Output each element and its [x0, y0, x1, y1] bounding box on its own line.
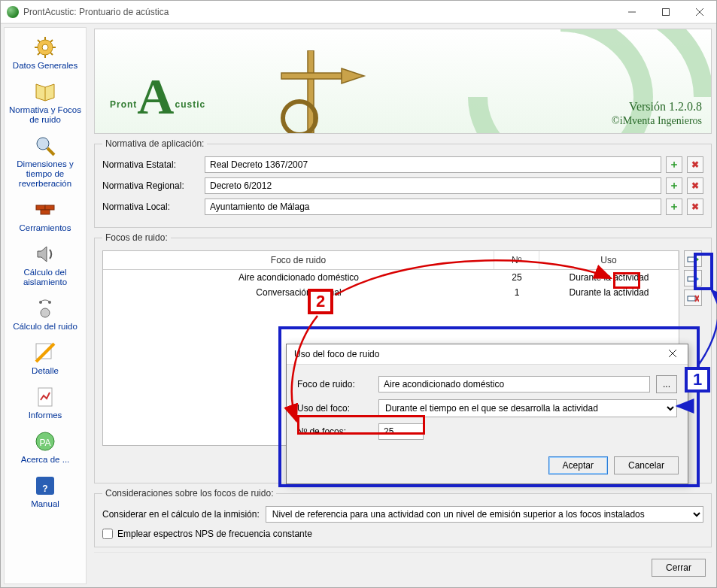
sidebar-item-acerca[interactable]: PA Acerca de ...: [5, 426, 86, 469]
svg-line-10: [38, 40, 40, 42]
plus-icon: ＋: [669, 179, 679, 192]
modal-row-n: Nº de focos:: [297, 423, 677, 440]
title-bar: ProntAcustic: Prontuario de acústica: [1, 1, 716, 23]
svg-rect-36: [688, 296, 695, 301]
modal-title: Uso del foco de ruido: [294, 349, 379, 359]
footer: Cerrar: [94, 552, 712, 583]
close-main-button[interactable]: Cerrar: [652, 559, 706, 577]
sidebar-item-label: Detalle: [6, 366, 84, 376]
sidebar-item-detalle[interactable]: Detalle: [5, 338, 86, 380]
svg-rect-18: [45, 205, 54, 210]
x-icon: ✖: [691, 180, 699, 191]
sidebar-item-normativa[interactable]: Normativa y Focos de ruido: [5, 77, 86, 129]
input-regional[interactable]: [205, 177, 661, 194]
considera-label: Considerar en el cálculo de la inmisión:: [102, 509, 260, 520]
delete-foco-button[interactable]: [684, 289, 702, 306]
sidebar: Datos Generales Normativa y Focos de rui…: [4, 27, 87, 584]
table-row[interactable]: Aire acondicionado doméstico 25 Durante …: [103, 270, 679, 285]
add-estatal-button[interactable]: ＋: [666, 156, 682, 173]
main-panel: ProntAcustic Versión 1.2.0.8 ©iMventa In…: [90, 24, 716, 587]
modal-close-button[interactable]: [665, 349, 680, 359]
remove-estatal-button[interactable]: ✖: [687, 156, 703, 173]
svg-rect-1: [662, 8, 669, 15]
th-foco: Foco de ruido: [103, 251, 494, 269]
sidebar-item-informes[interactable]: Informes: [5, 382, 86, 425]
remove-local-button[interactable]: ✖: [687, 199, 703, 215]
sidebar-item-aislamiento[interactable]: Cálculo del aislamiento: [5, 239, 86, 292]
sidebar-item-manual[interactable]: ? Manual: [5, 471, 86, 514]
modal-accept-button[interactable]: Aceptar: [548, 456, 608, 474]
close-icon: [696, 8, 703, 16]
pencil-ruler-icon: [33, 341, 57, 365]
svg-rect-34: [688, 277, 695, 281]
magnifier-icon: [33, 134, 57, 158]
normativa-group: Normativa de aplicación: Normativa Estat…: [94, 138, 712, 228]
book-icon: [33, 80, 57, 104]
row-estatal: Normativa Estatal: ＋ ✖: [102, 156, 703, 173]
sidebar-item-dimensiones[interactable]: Dimensiones y tiempo de reverberación: [5, 131, 86, 193]
modal-input-foco[interactable]: [378, 376, 650, 393]
notes-icon: [33, 296, 57, 320]
app-icon: [7, 6, 19, 18]
modal-select-uso[interactable]: Durante el tiempo en el que se desarroll…: [378, 399, 677, 417]
chk-espectros-label: Emplear espectros NPS de frecuencia cons…: [117, 529, 312, 539]
window-title: ProntAcustic: Prontuario de acústica: [23, 7, 615, 17]
input-estatal[interactable]: [205, 156, 661, 173]
consideraciones-legend: Consideraciones sobre los focos de ruido…: [102, 488, 276, 499]
add-foco-button[interactable]: [684, 250, 702, 267]
modal-cancel-button[interactable]: Cancelar: [614, 456, 679, 474]
cell-foco: Aire acondicionado doméstico: [103, 270, 494, 285]
modal-uso-foco: Uso del foco de ruido Foco de ruido: ...…: [286, 344, 688, 484]
remove-regional-button[interactable]: ✖: [687, 177, 703, 194]
label-local: Normativa Local:: [102, 202, 200, 212]
product-prefix: Pront: [110, 99, 137, 110]
svg-rect-23: [36, 344, 51, 359]
copyright-label: ©iMventa Ingenieros: [612, 115, 702, 127]
product-suffix: custic: [175, 99, 205, 110]
chk-espectros[interactable]: Emplear espectros NPS de frecuencia cons…: [102, 529, 703, 539]
modal-label-n: Nº de focos:: [297, 426, 372, 437]
modal-browse-button[interactable]: ...: [656, 375, 677, 393]
considera-row: Considerar en el cálculo de la inmisión:…: [102, 506, 703, 523]
modal-input-n[interactable]: [378, 423, 424, 440]
x-icon: ✖: [691, 202, 699, 212]
svg-point-20: [41, 308, 50, 317]
bricks-icon: [33, 198, 57, 222]
considera-select[interactable]: Nivel de referencia para una actividad c…: [266, 506, 703, 523]
chk-espectros-input[interactable]: [102, 529, 113, 539]
sidebar-item-cerramientos[interactable]: Cerramientos: [5, 195, 86, 238]
product-name: ProntAcustic: [110, 61, 205, 120]
svg-marker-33: [696, 257, 699, 262]
maximize-button[interactable]: [649, 1, 682, 23]
plus-icon: ＋: [669, 158, 679, 171]
add-regional-button[interactable]: ＋: [666, 177, 682, 194]
report-icon: [33, 385, 57, 409]
gear-icon: [33, 35, 57, 59]
modal-body: Foco de ruido: ... Uso del foco: Durante…: [287, 365, 688, 450]
cell-n: 1: [494, 285, 539, 300]
input-local[interactable]: [205, 199, 661, 215]
add-local-button[interactable]: ＋: [666, 199, 682, 215]
cell-uso: Durante la actividad: [539, 285, 679, 300]
edit-row-icon: [687, 273, 699, 283]
edit-foco-button[interactable]: [684, 270, 702, 286]
add-row-icon: [687, 253, 699, 264]
sidebar-item-ruido[interactable]: Cálculo del ruido: [5, 293, 86, 336]
sidebar-item-label: Cálculo del ruido: [6, 322, 84, 332]
cell-n: 25: [494, 270, 539, 285]
consideraciones-group: Consideraciones sobre los focos de ruido…: [94, 488, 712, 547]
about-icon: PA: [33, 429, 57, 453]
minimize-icon: [628, 8, 636, 16]
sidebar-item-datos-generales[interactable]: Datos Generales: [5, 32, 86, 75]
sidebar-item-label: Datos Generales: [6, 61, 84, 71]
svg-rect-17: [36, 205, 45, 210]
minimize-button[interactable]: [615, 1, 649, 23]
sidebar-item-label: Cálculo del aislamiento: [6, 268, 84, 287]
svg-marker-35: [696, 277, 699, 281]
table-row[interactable]: Conversación normal 1 Durante la activid…: [103, 285, 679, 300]
svg-line-16: [47, 148, 54, 155]
sidebar-item-label: Dimensiones y tiempo de reverberación: [6, 159, 84, 189]
row-regional: Normativa Regional: ＋ ✖: [102, 177, 703, 194]
close-button[interactable]: [682, 1, 716, 23]
svg-line-13: [38, 53, 40, 55]
